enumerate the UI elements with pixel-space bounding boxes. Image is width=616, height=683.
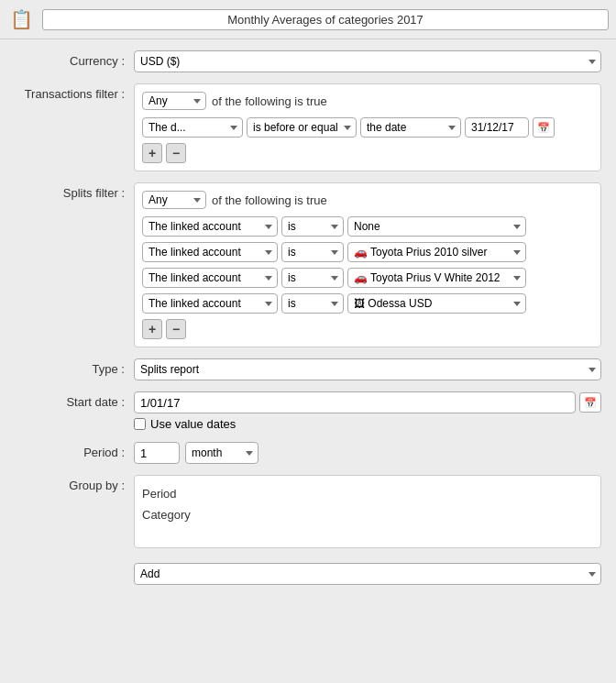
splits-operator-select-1[interactable]: is	[281, 242, 344, 262]
use-value-dates-label: Use value dates	[150, 417, 236, 431]
group-by-row: Group by : Period Category	[15, 475, 601, 548]
transactions-filter-control: Any of the following is true The d... is…	[134, 83, 601, 171]
transactions-following-text: of the following is true	[212, 94, 327, 108]
start-date-control: 📅 Use value dates	[134, 391, 601, 431]
start-date-row: Start date : 📅 Use value dates	[15, 391, 601, 431]
splits-any-select[interactable]: Any	[142, 191, 206, 209]
transactions-value-select[interactable]: the date	[360, 117, 461, 138]
add-select[interactable]: Add Period Category Account	[134, 563, 601, 585]
start-date-input[interactable]	[134, 391, 576, 413]
period-control: month week year	[134, 442, 601, 464]
start-date-label: Start date :	[15, 391, 134, 409]
transactions-calendar-button[interactable]: 📅	[533, 117, 555, 138]
splits-field-select-1[interactable]: The linked account	[142, 242, 278, 262]
splits-filter-row: Splits filter : Any of the following is …	[15, 182, 601, 347]
transactions-date-input[interactable]	[465, 117, 529, 138]
splits-remove-condition-button[interactable]: −	[166, 319, 186, 339]
group-by-box: Period Category	[134, 475, 601, 548]
currency-select[interactable]: USD ($) EUR (€) GBP (£)	[134, 50, 601, 72]
period-label: Period :	[15, 442, 134, 459]
splits-filter-condition-row-1: The linked account is 🚗 Toyota Prius 201…	[142, 242, 593, 262]
report-title: Monthly Averages of categories 2017	[42, 9, 609, 30]
app-icon: 📋	[7, 6, 35, 33]
group-by-label: Group by :	[15, 475, 134, 492]
splits-field-select-3[interactable]: The linked account	[142, 293, 278, 314]
splits-operator-select-3[interactable]: is	[281, 293, 344, 314]
splits-add-condition-button[interactable]: +	[142, 319, 162, 339]
transactions-filter-box: Any of the following is true The d... is…	[134, 83, 601, 171]
splits-value-select-2[interactable]: 🚗 Toyota Prius V White 2012	[347, 268, 526, 288]
period-row: Period : month week year	[15, 442, 601, 464]
splits-filter-buttons: + −	[142, 319, 593, 339]
splits-value-select-3[interactable]: 🖼 Odessa USD	[347, 293, 526, 314]
splits-filter-header: Any of the following is true	[142, 191, 593, 209]
transactions-add-condition-button[interactable]: +	[142, 143, 162, 163]
use-value-dates-row: Use value dates	[134, 417, 601, 431]
type-control: Splits report Standard report	[134, 358, 601, 380]
splits-operator-select-0[interactable]: is	[281, 216, 344, 237]
add-row: Add Period Category Account	[15, 559, 601, 585]
type-row: Type : Splits report Standard report	[15, 358, 601, 380]
splits-operator-select-2[interactable]: is	[281, 268, 344, 288]
use-value-dates-checkbox[interactable]	[134, 418, 146, 430]
type-label: Type :	[15, 358, 134, 376]
splits-following-text: of the following is true	[212, 193, 327, 207]
splits-filter-box: Any of the following is true The linked …	[134, 182, 601, 347]
currency-row: Currency : USD ($) EUR (€) GBP (£)	[15, 50, 601, 72]
splits-filter-condition-row-2: The linked account is 🚗 Toyota Prius V W…	[142, 268, 593, 288]
transactions-field-select[interactable]: The d...	[142, 117, 243, 138]
transactions-any-select[interactable]: Any	[142, 92, 206, 110]
transactions-remove-condition-button[interactable]: −	[166, 143, 186, 163]
start-date-calendar-button[interactable]: 📅	[579, 392, 601, 413]
add-control: Add Period Category Account	[134, 559, 601, 585]
type-select[interactable]: Splits report Standard report	[134, 358, 601, 380]
period-input[interactable]	[134, 442, 180, 464]
add-label-spacer	[15, 559, 134, 563]
transactions-filter-label: Transactions filter :	[15, 83, 134, 101]
transactions-filter-condition-row: The d... is before or equal to the date …	[142, 117, 593, 138]
transactions-filter-buttons: + −	[142, 143, 593, 163]
currency-label: Currency :	[15, 50, 134, 68]
splits-value-select-1[interactable]: 🚗 Toyota Prius 2010 silver	[347, 242, 526, 262]
splits-field-select-2[interactable]: The linked account	[142, 268, 278, 288]
start-date-input-row: 📅	[134, 391, 601, 413]
splits-field-select-0[interactable]: The linked account	[142, 216, 278, 237]
transactions-filter-row: Transactions filter : Any of the followi…	[15, 83, 601, 171]
group-item-category: Category	[142, 504, 593, 525]
splits-filter-label: Splits filter :	[15, 182, 134, 200]
splits-filter-control: Any of the following is true The linked …	[134, 182, 601, 347]
group-by-control: Period Category	[134, 475, 601, 548]
splits-filter-condition-row-3: The linked account is 🖼 Odessa USD	[142, 293, 593, 314]
transactions-filter-header: Any of the following is true	[142, 92, 593, 110]
currency-control: USD ($) EUR (€) GBP (£)	[134, 50, 601, 72]
group-item-period: Period	[142, 483, 593, 504]
period-input-row: month week year	[134, 442, 601, 464]
splits-value-select-0[interactable]: None	[347, 216, 526, 237]
form-area: Currency : USD ($) EUR (€) GBP (£) Trans…	[0, 39, 616, 607]
top-bar: 📋 Monthly Averages of categories 2017	[0, 0, 616, 39]
transactions-operator-select[interactable]: is before or equal to	[247, 117, 357, 138]
period-unit-select[interactable]: month week year	[185, 442, 258, 464]
splits-filter-condition-row-0: The linked account is None	[142, 216, 593, 237]
